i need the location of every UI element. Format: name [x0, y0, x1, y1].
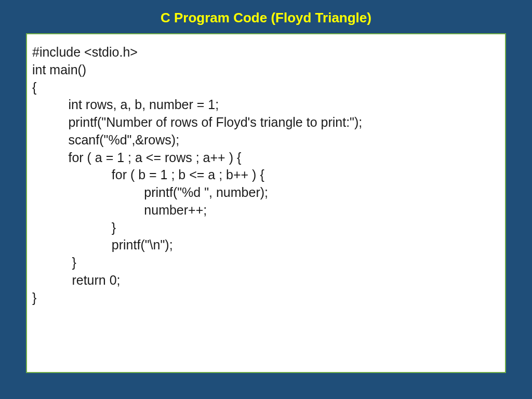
- code-content: #include <stdio.h> int main() { int rows…: [32, 44, 500, 307]
- slide-title: C Program Code (Floyd Triangle): [0, 0, 532, 33]
- code-panel: #include <stdio.h> int main() { int rows…: [26, 33, 506, 373]
- slide-container: C Program Code (Floyd Triangle) #include…: [0, 0, 532, 399]
